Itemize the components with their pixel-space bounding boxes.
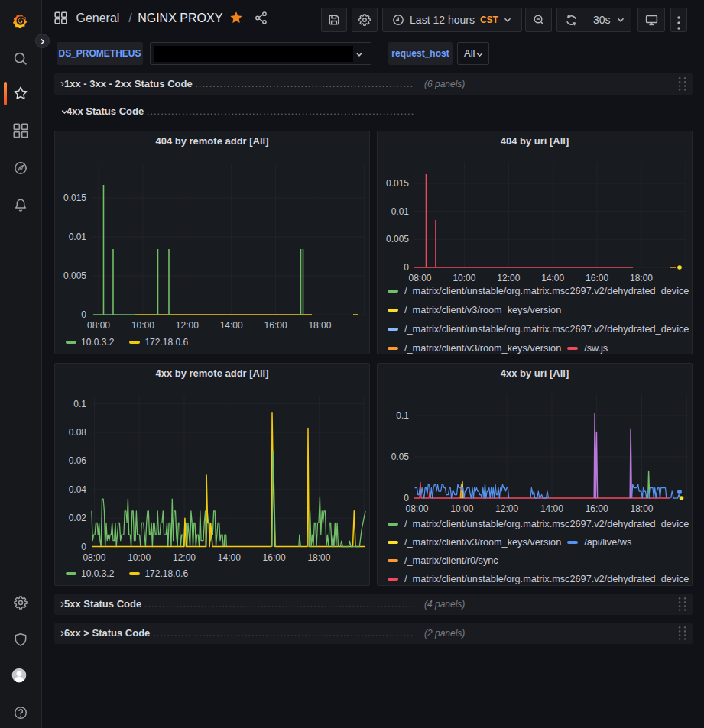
svg-text:10:00: 10:00 (128, 552, 151, 563)
svg-text:0.005: 0.005 (63, 270, 86, 281)
svg-text:0.05: 0.05 (391, 451, 410, 462)
svg-text:16:00: 16:00 (586, 273, 608, 283)
svg-text:14:00: 14:00 (218, 552, 241, 563)
svg-text:18:00: 18:00 (307, 552, 330, 563)
svg-text:18:00: 18:00 (308, 320, 331, 331)
svg-text:18:00: 18:00 (630, 503, 653, 514)
svg-text:0.015: 0.015 (63, 193, 86, 203)
svg-text:14:00: 14:00 (540, 503, 563, 514)
svg-text:10:00: 10:00 (453, 273, 475, 283)
svg-text:10:00: 10:00 (450, 503, 473, 514)
svg-text:0.1: 0.1 (396, 410, 409, 421)
svg-text:12:00: 12:00 (173, 552, 196, 563)
svg-text:12:00: 12:00 (176, 320, 199, 331)
svg-text:08:00: 08:00 (87, 320, 110, 331)
svg-text:16:00: 16:00 (263, 552, 286, 563)
svg-text:0: 0 (404, 262, 409, 273)
svg-text:0.04: 0.04 (69, 484, 87, 495)
svg-text:16:00: 16:00 (586, 503, 608, 514)
svg-text:12:00: 12:00 (495, 503, 518, 514)
svg-text:08:00: 08:00 (83, 552, 105, 563)
svg-text:08:00: 08:00 (408, 273, 431, 283)
svg-text:0: 0 (81, 309, 86, 320)
svg-text:0.01: 0.01 (69, 231, 87, 242)
svg-text:0.01: 0.01 (391, 206, 410, 217)
svg-text:0.1: 0.1 (73, 399, 86, 409)
svg-text:0.02: 0.02 (69, 513, 87, 523)
svg-text:14:00: 14:00 (541, 273, 564, 283)
svg-text:0.08: 0.08 (69, 427, 87, 438)
svg-text:12:00: 12:00 (497, 273, 520, 283)
svg-text:14:00: 14:00 (220, 320, 243, 331)
svg-text:0.005: 0.005 (386, 234, 409, 244)
svg-text:18:00: 18:00 (630, 273, 653, 283)
svg-text:16:00: 16:00 (264, 320, 287, 331)
svg-text:0.06: 0.06 (69, 455, 87, 466)
svg-text:10:00: 10:00 (131, 320, 154, 331)
svg-text:0: 0 (404, 493, 409, 503)
svg-text:0: 0 (81, 542, 86, 552)
svg-text:08:00: 08:00 (405, 503, 428, 514)
svg-text:0.015: 0.015 (386, 178, 409, 189)
